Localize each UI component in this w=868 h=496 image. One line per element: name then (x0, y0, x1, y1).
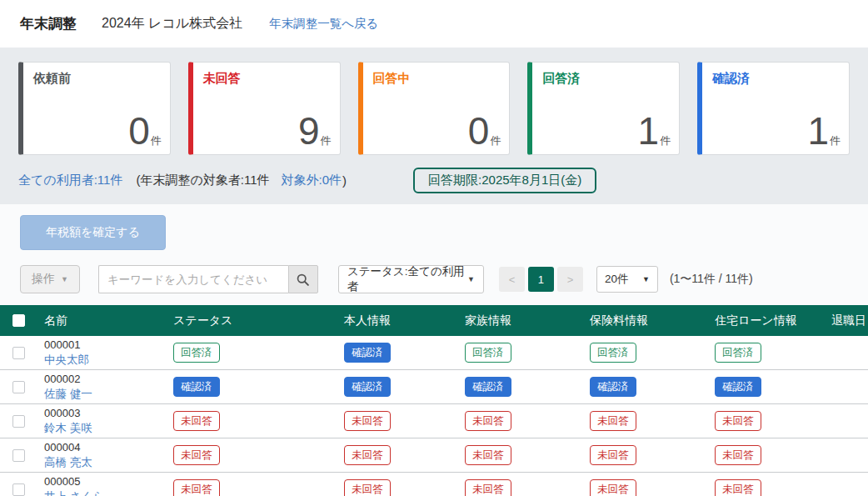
page-header: 年末調整 2024年 レコル株式会社 年末調整一覧へ戻る (0, 0, 868, 48)
target-count-text: (年末調整の対象者:11件 (136, 173, 269, 188)
status-badge: 未回答 (173, 411, 220, 431)
row-checkbox[interactable] (12, 415, 25, 428)
table-row: 000001 中央太郎 回答済 確認済 回答済 回答済 回答済 (0, 336, 868, 370)
table-header-row: 名前 ステータス 本人情報 家族情報 保険料情報 住宅ローン情報 退職日 (0, 305, 868, 336)
card-before-request: 依頼前 0件 (18, 62, 171, 155)
status-cards: 依頼前 0件 未回答 9件 回答中 0件 回答済 1件 確認済 1件 (18, 62, 850, 155)
employee-id: 000003 (44, 407, 167, 421)
table-row: 000003 鈴木 美咲 未回答 未回答 未回答 未回答 未回答 (0, 404, 868, 438)
next-page-button[interactable]: > (557, 267, 583, 292)
search-input[interactable] (98, 265, 288, 293)
card-count: 0件 (468, 111, 501, 151)
family-info-badge: 確認済 (465, 377, 511, 397)
prev-page-button[interactable]: < (499, 267, 525, 292)
card-count: 1件 (807, 111, 841, 151)
row-checkbox[interactable] (12, 381, 25, 393)
chevron-down-icon: ▼ (467, 275, 475, 283)
card-label: 未回答 (203, 71, 330, 87)
all-users-link[interactable]: 全ての利用者:11件 (18, 173, 122, 188)
year-end-adjustment-page: 年末調整 2024年 レコル株式会社 年末調整一覧へ戻る 依頼前 0件 未回答 … (0, 0, 868, 496)
insurance-info-badge: 未回答 (590, 411, 636, 431)
column-header-family-info: 家族情報 (458, 313, 583, 328)
personal-info-badge: 未回答 (344, 479, 391, 496)
table-row: 000002 佐藤 健一 確認済 確認済 確認済 確認済 確認済 (0, 370, 868, 404)
housing-loan-info-badge: 回答済 (715, 343, 761, 363)
column-header-housing-loan-info: 住宅ローン情報 (708, 313, 825, 328)
employee-name-link[interactable]: 井上 さくら (44, 489, 104, 496)
table-row: 000005 井上 さくら 未回答 未回答 未回答 未回答 未回答 (0, 473, 868, 496)
housing-loan-info-badge: 確認済 (715, 377, 761, 397)
insurance-info-badge: 未回答 (590, 445, 636, 465)
employee-name-link[interactable]: 鈴木 美咲 (44, 421, 92, 436)
card-answering: 回答中 0件 (358, 62, 511, 155)
family-info-badge: 回答済 (465, 343, 511, 363)
chevron-down-icon: ▼ (642, 275, 650, 283)
result-range-text: (1〜11件 / 11件) (670, 272, 753, 287)
status-filter-select[interactable]: ステータス:全ての利用者 ▼ (338, 265, 484, 293)
column-header-status: ステータス (167, 313, 337, 328)
family-info-badge: 未回答 (465, 411, 511, 431)
action-area: 年税額を確定する (0, 204, 868, 262)
chevron-down-icon: ▼ (61, 275, 68, 283)
family-info-badge: 未回答 (465, 445, 511, 465)
housing-loan-info-badge: 未回答 (715, 411, 761, 431)
card-label: 依頼前 (33, 71, 160, 87)
page-title: 年末調整 (20, 14, 77, 33)
employee-id: 000004 (44, 441, 167, 455)
card-label: 回答中 (373, 71, 500, 87)
employee-id: 000002 (44, 373, 167, 387)
status-badge: 未回答 (173, 445, 220, 465)
status-badge: 回答済 (173, 343, 220, 363)
per-page-value: 20件 (605, 272, 629, 287)
card-confirmed: 確認済 1件 (697, 62, 850, 155)
employee-id: 000001 (44, 338, 167, 353)
card-label: 確認済 (712, 71, 839, 87)
search-group (98, 265, 318, 293)
card-count: 0件 (128, 111, 162, 151)
row-checkbox[interactable] (12, 347, 25, 359)
personal-info-badge: 確認済 (344, 377, 391, 397)
column-header-insurance-info: 保険料情報 (583, 313, 708, 328)
status-badge: 確認済 (173, 377, 220, 397)
summary-section: 依頼前 0件 未回答 9件 回答中 0件 回答済 1件 確認済 1件 全ての利用… (0, 48, 868, 204)
operation-dropdown-button[interactable]: 操作 ▼ (20, 265, 80, 293)
pagination: < 1 > (499, 267, 583, 292)
operation-label: 操作 (32, 272, 55, 287)
family-info-badge: 未回答 (465, 479, 511, 496)
status-badge: 未回答 (173, 479, 220, 496)
page-subtitle: 2024年 レコル株式会社 (102, 15, 242, 33)
card-label: 回答済 (542, 71, 669, 87)
card-count: 1件 (638, 111, 671, 151)
current-page-button[interactable]: 1 (528, 267, 554, 292)
personal-info-badge: 未回答 (344, 411, 391, 431)
close-paren: ) (342, 173, 347, 188)
insurance-info-badge: 未回答 (590, 479, 636, 496)
column-header-name: 名前 (37, 313, 167, 328)
insurance-info-badge: 確認済 (590, 377, 636, 397)
housing-loan-info-badge: 未回答 (715, 445, 761, 465)
excluded-users-link[interactable]: 対象外:0件 (282, 173, 342, 188)
personal-info-badge: 未回答 (344, 445, 391, 465)
insurance-info-badge: 回答済 (590, 343, 636, 363)
status-filter-value: ステータス:全ての利用者 (347, 264, 467, 294)
select-all-checkbox[interactable] (12, 314, 25, 327)
employee-table: 名前 ステータス 本人情報 家族情報 保険料情報 住宅ローン情報 退職日 000… (0, 305, 868, 496)
list-toolbar: 操作 ▼ ステータス:全ての利用者 ▼ < 1 > 20件 ▼ (1〜11件 /… (0, 262, 868, 302)
card-unanswered: 未回答 9件 (188, 62, 341, 155)
card-count: 9件 (298, 111, 332, 151)
confirm-annual-tax-button[interactable]: 年税額を確定する (20, 215, 166, 250)
employee-name-link[interactable]: 佐藤 健一 (44, 387, 92, 402)
personal-info-badge: 確認済 (344, 343, 391, 363)
per-page-select[interactable]: 20件 ▼ (596, 266, 658, 293)
search-button[interactable] (288, 265, 318, 293)
row-checkbox[interactable] (12, 483, 25, 496)
row-checkbox[interactable] (12, 449, 25, 462)
employee-name-link[interactable]: 中央太郎 (44, 353, 89, 368)
summary-line: 全ての利用者:11件 (年末調整の対象者:11件 対象外:0件 ) 回答期限:2… (18, 167, 850, 193)
card-answered: 回答済 1件 (527, 62, 680, 155)
back-to-list-link[interactable]: 年末調整一覧へ戻る (269, 16, 378, 32)
employee-id: 000005 (44, 475, 167, 489)
answer-deadline-badge: 回答期限:2025年8月1日(金) (413, 168, 596, 193)
column-header-personal-info: 本人情報 (337, 313, 458, 328)
employee-name-link[interactable]: 高橋 亮太 (44, 455, 92, 470)
